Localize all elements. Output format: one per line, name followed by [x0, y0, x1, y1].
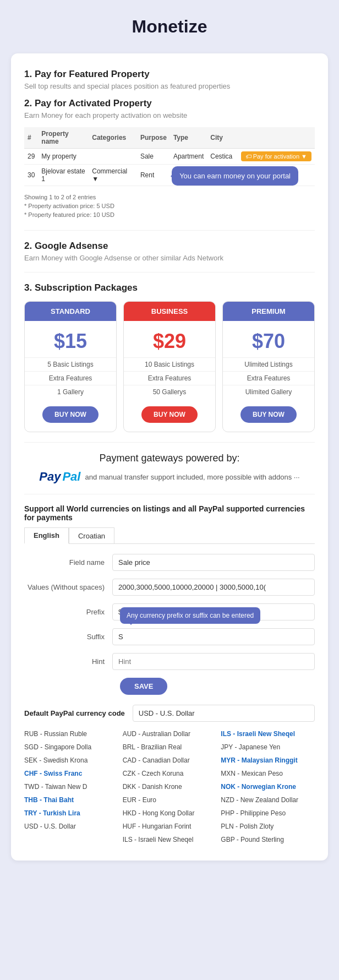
table-row: 29 My property Sale Apartment Cestica 🏷 … — [24, 149, 315, 165]
row-name: My property — [38, 149, 89, 165]
default-currency-label: Default PayPal currency code — [24, 709, 125, 717]
col-header-id: # — [24, 127, 38, 149]
divider-4 — [24, 494, 315, 494]
currencies-section: Support all World currencies on listings… — [24, 504, 315, 845]
featured-property-subtitle: Sell top results and special places posi… — [24, 82, 315, 90]
package-business-feature-1: 10 Basic Listings — [124, 357, 215, 371]
divider-3 — [24, 442, 315, 443]
paypal-logo: PayPal — [39, 470, 80, 484]
pay-for-activation-button[interactable]: 🏷 Pay for activation ▼ — [241, 151, 311, 161]
col-header-type: Type — [170, 127, 207, 149]
main-card: 1. Pay for Featured Property Sell top re… — [11, 53, 328, 861]
currency-item: AUD - Australian Dollar — [123, 728, 217, 739]
currency-item: NOK - Norwegian Krone — [221, 781, 315, 792]
row-purpose: Rent — [137, 165, 170, 186]
col-header-city: City — [207, 127, 237, 149]
hint-input[interactable] — [112, 653, 315, 670]
featured-property-title: 1. Pay for Featured Property — [24, 69, 315, 80]
package-business-feature-2: Extra Features — [124, 371, 215, 385]
table-note-1: * Property activation price: 5 USD — [24, 203, 114, 209]
currency-item: PLN - Polish Zloty — [221, 821, 315, 832]
package-standard-feature-3: 1 Gallery — [25, 385, 116, 399]
currency-item: PHP - Philippine Peso — [221, 808, 315, 819]
paypal-row: PayPal and manual transfer support inclu… — [24, 470, 315, 484]
adsense-subtitle: Earn Money with Google Adsense or other … — [24, 254, 315, 262]
divider-1 — [24, 230, 315, 231]
currency-item: CZK - Czech Koruna — [123, 768, 217, 779]
currency-item: ILS - Israeli New Sheqel — [123, 834, 217, 845]
featured-property-section: 1. Pay for Featured Property Sell top re… — [24, 69, 315, 90]
col-header-action — [238, 127, 315, 149]
row-action: 🏷 Pay for activation ▼ — [238, 149, 315, 165]
package-standard-feature-1: 5 Basic Listings — [25, 357, 116, 371]
business-buy-now-button[interactable]: BUY NOW — [141, 406, 198, 423]
currency-item — [24, 834, 118, 845]
hint-row: Hint — [24, 653, 315, 670]
currency-item: DKK - Danish Krone — [123, 781, 217, 792]
row-type: Apartment — [170, 149, 207, 165]
currency-item: TRY - Turkish Lira — [24, 808, 118, 819]
row-id: 30 — [24, 165, 38, 186]
subscription-section: 3. Subscription Packages STANDARD $15 5 … — [24, 282, 315, 432]
package-standard: STANDARD $15 5 Basic Listings Extra Feat… — [24, 301, 117, 432]
page-title: Monetize — [11, 11, 328, 42]
col-header-purpose: Purpose — [137, 127, 170, 149]
suffix-row: Suffix Any currency prefix or suffix can… — [24, 628, 315, 645]
field-name-row: Field name — [24, 554, 315, 571]
currency-item: BRL - Brazilian Real — [123, 742, 217, 753]
payment-section: Payment gateways powered by: PayPal and … — [24, 453, 315, 484]
col-header-name: Property name — [38, 127, 89, 149]
hint-label: Hint — [24, 657, 112, 666]
suffix-input[interactable] — [112, 628, 315, 645]
package-premium-feature-2: Extra Features — [223, 371, 314, 385]
currencies-title: Support all World currencies on listings… — [24, 504, 315, 522]
currency-item: RUB - Russian Ruble — [24, 728, 118, 739]
prefix-label: Prefix — [24, 608, 112, 616]
currency-item: HKD - Hong Kong Dollar — [123, 808, 217, 819]
package-premium-feature-3: Ulimited Gallery — [223, 385, 314, 399]
earn-money-tooltip: You can earn money on your portal — [172, 166, 298, 186]
packages-row: STANDARD $15 5 Basic Listings Extra Feat… — [24, 301, 315, 432]
currency-item: GBP - Pound Sterling — [221, 834, 315, 845]
currency-item: ILS - Israeli New Sheqel — [221, 728, 315, 739]
row-city: Cestica — [207, 149, 237, 165]
tab-english[interactable]: English — [24, 527, 69, 544]
package-premium: PREMIUM $70 Ulimited Listings Extra Feat… — [222, 301, 315, 432]
currency-item: SEK - Swedish Krona — [24, 755, 118, 766]
values-input[interactable] — [112, 579, 315, 596]
standard-buy-now-button[interactable]: BUY NOW — [42, 406, 99, 423]
field-name-label: Field name — [24, 558, 112, 567]
package-business-header: BUSINESS — [124, 302, 215, 321]
default-currency-value: USD - U.S. Dollar — [133, 705, 315, 722]
package-premium-header: PREMIUM — [223, 302, 314, 321]
table-note-2: * Property featured price: 10 USD — [24, 211, 114, 218]
suffix-tooltip: Any currency prefix or suffix can be ent… — [120, 607, 260, 624]
currency-item: CHF - Swiss Franc — [24, 768, 118, 779]
currency-item: TWD - Taiwan New D — [24, 781, 118, 792]
currency-item: JPY - Japanese Yen — [221, 742, 315, 753]
tab-croatian[interactable]: Croatian — [69, 527, 114, 543]
tabs-row: English Croatian — [24, 527, 315, 544]
package-business: BUSINESS $29 10 Basic Listings Extra Fea… — [123, 301, 216, 432]
package-premium-price: $70 — [252, 321, 285, 357]
save-button[interactable]: SAVE — [120, 678, 167, 695]
activated-property-subtitle: Earn Money for each property activation … — [24, 111, 315, 119]
row-name: Bjelovar estate 1 — [38, 165, 89, 186]
package-business-price: $29 — [153, 321, 186, 357]
adsense-section: 2. Google Adsense Earn Money with Google… — [24, 241, 315, 262]
field-name-input[interactable] — [112, 554, 315, 571]
package-premium-feature-1: Ulimited Listings — [223, 357, 314, 371]
currency-item: EUR - Euro — [123, 794, 217, 805]
currency-item: MXN - Mexican Peso — [221, 768, 315, 779]
adsense-title: 2. Google Adsense — [24, 241, 315, 252]
values-row: Values (Without spaces) — [24, 579, 315, 596]
currency-item: NZD - New Zealand Dollar — [221, 794, 315, 805]
row-category: Commercial ▼ — [89, 165, 137, 186]
currency-item: THB - Thai Baht — [24, 794, 118, 805]
default-currency-row: Default PayPal currency code USD - U.S. … — [24, 705, 315, 722]
suffix-label: Suffix — [24, 633, 112, 641]
package-standard-header: STANDARD — [25, 302, 116, 321]
currency-item: MYR - Malaysian Ringgit — [221, 755, 315, 766]
currency-item: SGD - Singapore Dolla — [24, 742, 118, 753]
premium-buy-now-button[interactable]: BUY NOW — [240, 406, 297, 423]
